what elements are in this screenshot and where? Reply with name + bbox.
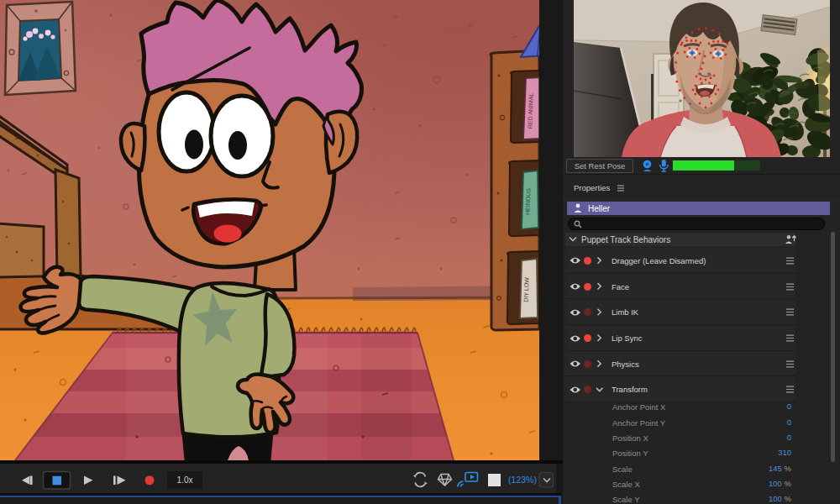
svg-text:(123%): (123%) [508, 475, 537, 485]
svg-text:HEINOUS: HEINOUS [524, 188, 531, 215]
svg-text:DIY LOW: DIY LOW [522, 277, 529, 302]
svg-text:RED ANIMAL: RED ANIMAL [527, 92, 533, 129]
svg-text:1.0x: 1.0x [177, 475, 193, 485]
